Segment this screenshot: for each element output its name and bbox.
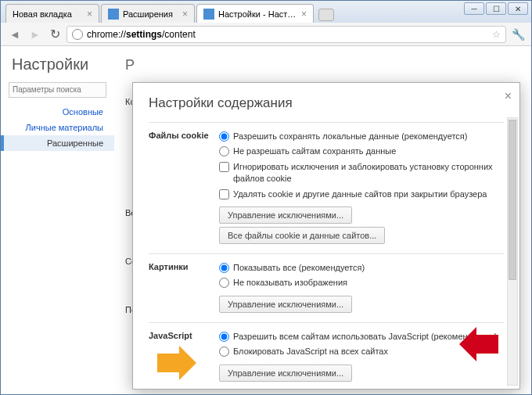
radio-input[interactable]	[219, 146, 229, 156]
section-body: Разрешить сохранять локальные данные (ре…	[219, 131, 504, 244]
back-button[interactable]: ◄	[7, 27, 23, 42]
manage-exceptions-button[interactable]: Управление исключениями...	[219, 296, 352, 313]
scroll-thumb[interactable]	[509, 120, 516, 280]
reload-button[interactable]: ↻	[48, 27, 62, 41]
settings-section: КартинкиПоказывать все (рекомендуется)Не…	[149, 253, 504, 322]
manage-exceptions-button[interactable]: Управление исключениями...	[219, 364, 352, 382]
url-prefix: chrome://	[87, 29, 126, 40]
toolbar: ◄ ► ↻ chrome://settings/content ☆ 🔧	[1, 23, 531, 46]
close-button[interactable]: ✕	[508, 2, 528, 15]
globe-icon	[72, 29, 83, 40]
url-host: settings	[126, 29, 162, 40]
radio-input[interactable]	[219, 347, 229, 357]
address-bar[interactable]: chrome://settings/content ☆	[66, 26, 506, 43]
menu-button[interactable]: 🔧	[511, 27, 525, 41]
radio-option[interactable]: Разрешить всем сайтам использовать JavaS…	[219, 331, 504, 343]
close-icon[interactable]: ×	[301, 9, 307, 20]
browser-window: Новая вкладка × Расширения × Настройки -…	[0, 0, 532, 395]
settings-sidebar: Настройки Основные Личные материалы Расш…	[1, 46, 114, 394]
checkbox-input[interactable]	[219, 162, 229, 172]
content-settings-dialog: × Настройки содержания Файлы cookieРазре…	[132, 82, 520, 390]
settings-section: JavaScriptРазрешить всем сайтам использо…	[149, 322, 504, 390]
sidebar-item-basic[interactable]: Основные	[1, 104, 114, 120]
section-label: Файлы cookie	[149, 131, 219, 244]
settings-icon	[203, 9, 214, 20]
titlebar: Новая вкладка × Расширения × Настройки -…	[1, 1, 531, 23]
sidebar-title: Настройки	[1, 56, 114, 81]
content-area: Настройки Основные Личные материалы Расш…	[1, 46, 531, 394]
manage-exceptions-button[interactable]: Управление исключениями...	[219, 206, 352, 224]
tab-new[interactable]: Новая вкладка ×	[5, 4, 99, 23]
radio-option[interactable]: Не показывать изображения	[219, 277, 504, 289]
settings-search-input[interactable]	[9, 82, 106, 98]
radio-input[interactable]	[219, 263, 229, 273]
extensions-icon	[108, 9, 119, 20]
radio-input[interactable]	[219, 131, 229, 142]
tab-extensions[interactable]: Расширения ×	[101, 4, 195, 23]
maximize-button[interactable]: ☐	[486, 2, 506, 15]
dialog-title: Настройки содержания	[149, 95, 504, 111]
section-label: Картинки	[149, 262, 219, 313]
minimize-button[interactable]: ─	[464, 2, 484, 15]
radio-input[interactable]	[219, 332, 229, 342]
section-label: JavaScript	[149, 331, 219, 382]
dialog-close-button[interactable]: ×	[505, 89, 512, 103]
radio-option[interactable]: Показывать все (рекомендуется)	[219, 262, 504, 274]
sidebar-item-personal[interactable]: Личные материалы	[1, 120, 114, 135]
scrollbar[interactable]	[507, 117, 518, 386]
tab-settings[interactable]: Настройки - Настр... ×	[196, 4, 314, 23]
close-icon[interactable]: ×	[182, 9, 188, 20]
url-path: /content	[162, 29, 196, 40]
bookmark-icon[interactable]: ☆	[492, 29, 501, 40]
checkbox-input[interactable]	[219, 189, 229, 199]
section-body: Показывать все (рекомендуется)Не показыв…	[219, 262, 504, 313]
radio-option[interactable]: Разрешить сохранять локальные данные (ре…	[219, 131, 504, 142]
checkbox-option[interactable]: Удалять cookie и другие данные сайтов пр…	[219, 189, 504, 200]
radio-option[interactable]: Не разрешать сайтам сохранять данные	[219, 145, 504, 157]
window-controls: ─ ☐ ✕	[462, 2, 528, 15]
settings-section: Файлы cookieРазрешить сохранять локальны…	[149, 122, 504, 253]
checkbox-option[interactable]: Игнорировать исключения и заблокировать …	[219, 161, 504, 185]
sidebar-item-advanced[interactable]: Расширенные	[1, 135, 114, 151]
radio-input[interactable]	[219, 278, 229, 288]
close-icon[interactable]: ×	[87, 9, 92, 20]
forward-button[interactable]: ►	[27, 27, 43, 42]
section-body: Разрешить всем сайтам использовать JavaS…	[219, 331, 504, 382]
radio-option[interactable]: Блокировать JavaScript на всех сайтах	[219, 346, 504, 357]
manage-exceptions-button[interactable]: Все файлы cookie и данные сайтов...	[219, 227, 385, 244]
new-tab-button[interactable]	[318, 9, 334, 21]
